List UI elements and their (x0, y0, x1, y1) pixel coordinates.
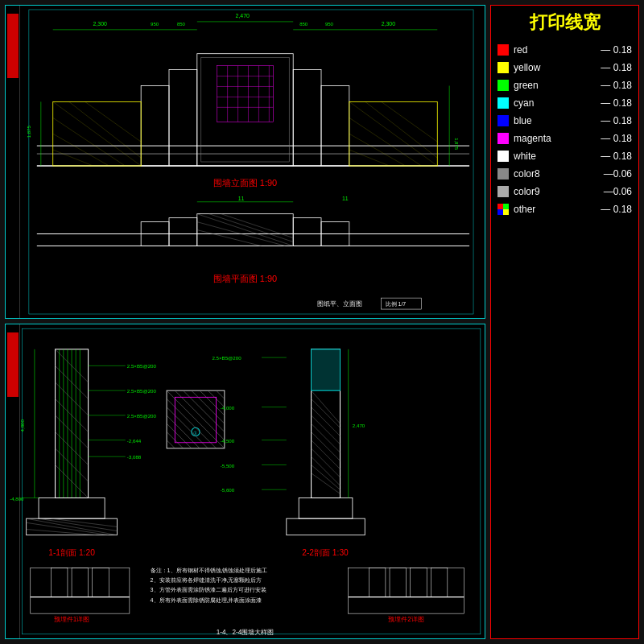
legend-label-cyan: cyan (514, 97, 596, 109)
svg-text:-4,500: -4,500 (221, 438, 235, 444)
svg-rect-88 (39, 498, 105, 519)
svg-text:850: 850 (177, 22, 186, 27)
svg-line-115 (184, 390, 225, 431)
legend-panel: 打印线宽 red — 0.18 yellow — 0.18 green — 0.… (490, 5, 639, 639)
svg-text:2,470: 2,470 (353, 423, 365, 428)
legend-label-magenta: magenta (514, 133, 596, 144)
legend-value-yellow: — 0.18 (601, 62, 632, 73)
svg-text:4、所有外表面需除锈防腐处理,并表面涂面漆: 4、所有外表面需除锈防腐处理,并表面涂面漆 (151, 597, 262, 604)
svg-rect-55 (169, 218, 197, 246)
legend-color-green (497, 80, 509, 91)
svg-text:11: 11 (342, 196, 349, 201)
svg-line-131 (312, 398, 341, 427)
svg-line-19 (365, 101, 438, 158)
svg-line-136 (312, 440, 341, 469)
legend-color-blue (497, 115, 509, 126)
top-drawing-panel: 2,300 950 850 2,470 850 950 2,300 1,875 … (5, 5, 485, 319)
svg-line-125 (167, 440, 175, 448)
svg-text:-3,088: -3,088 (127, 454, 142, 460)
svg-rect-174 (497, 204, 503, 209)
legend-item-red: red — 0.18 (497, 43, 632, 57)
legend-item-magenta: magenta — 0.18 (497, 131, 632, 146)
svg-text:1,875: 1,875 (454, 138, 459, 151)
legend-title: 打印线宽 (497, 12, 632, 33)
svg-text:图纸平、立面图: 图纸平、立面图 (317, 300, 362, 308)
legend-label-red: red (514, 44, 596, 56)
legend-value-white: — 0.18 (601, 151, 632, 162)
svg-text:-4,800: -4,800 (10, 496, 24, 502)
svg-text:950: 950 (325, 22, 334, 27)
svg-text:2,470: 2,470 (236, 13, 250, 19)
svg-text:2.5×B5@200: 2.5×B5@200 (127, 363, 157, 369)
svg-line-137 (312, 448, 341, 477)
svg-line-23 (349, 150, 390, 166)
legend-value-red: — 0.18 (601, 44, 632, 56)
svg-line-113 (167, 390, 225, 448)
svg-line-21 (349, 118, 422, 166)
svg-line-20 (382, 101, 438, 142)
svg-rect-168 (369, 568, 386, 597)
legend-value-magenta: — 0.18 (601, 133, 632, 144)
legend-label-yellow: yellow (514, 62, 596, 73)
svg-text:2-2剖面  1:30: 2-2剖面 1:30 (302, 548, 349, 557)
svg-text:3、方管外表面需涂防锈漆二遍后方可进行安装: 3、方管外表面需涂防锈漆二遍后方可进行安装 (151, 587, 266, 593)
legend-color-other (497, 204, 509, 215)
svg-text:850: 850 (299, 22, 308, 27)
svg-rect-176 (497, 209, 503, 215)
svg-text:2,300: 2,300 (93, 21, 107, 27)
svg-line-134 (312, 423, 341, 452)
legend-color-cyan (497, 97, 509, 109)
legend-value-cyan: — 0.18 (601, 97, 632, 109)
svg-line-60 (197, 214, 293, 246)
svg-text:2,300: 2,300 (382, 21, 396, 27)
legend-item-color9: color9 —0.06 (497, 184, 632, 199)
svg-rect-169 (390, 568, 407, 597)
bottom-drawing-panel: 4,800 2.5×B5@200 2.5×B5@200 2.5×B5@200 -… (5, 324, 485, 639)
svg-rect-128 (312, 349, 341, 390)
svg-line-130 (312, 390, 341, 423)
left-panel: 2,300 950 850 2,470 850 950 2,300 1,875 … (5, 5, 485, 639)
svg-rect-162 (51, 568, 68, 597)
legend-item-green: green — 0.18 (497, 78, 632, 93)
svg-rect-57 (293, 218, 321, 246)
svg-rect-4 (197, 54, 293, 166)
legend-item-blue: blue — 0.18 (497, 114, 632, 128)
svg-rect-163 (72, 568, 89, 597)
legend-value-green: — 0.18 (601, 80, 632, 91)
svg-line-117 (200, 390, 225, 415)
svg-line-94 (27, 530, 97, 535)
legend-color-color9 (497, 186, 509, 197)
svg-line-132 (312, 407, 341, 436)
svg-text:950: 950 (151, 22, 159, 27)
legend-label-blue: blue (514, 115, 596, 126)
svg-text:1,875: 1,875 (27, 126, 31, 138)
svg-line-119 (217, 390, 225, 398)
svg-rect-24 (217, 66, 274, 122)
legend-color-white (497, 151, 509, 162)
svg-text:预埋件2详图: 预埋件2详图 (388, 616, 424, 623)
legend-item-other: other — 0.18 (497, 202, 632, 217)
svg-text:2、安装前应将各焊缝清洗干净,无塞颗粒后方: 2、安装前应将各焊缝清洗干净,无塞颗粒后方 (151, 577, 262, 584)
svg-line-61 (209, 214, 293, 242)
svg-line-121 (167, 407, 208, 448)
svg-line-139 (312, 464, 341, 489)
svg-text:2.5×B5@200: 2.5×B5@200 (212, 355, 242, 361)
svg-text:-4,000: -4,000 (221, 405, 235, 411)
main-container: 2,300 950 850 2,470 850 950 2,300 1,875 … (0, 0, 644, 644)
svg-rect-171 (431, 568, 448, 597)
legend-color-yellow (497, 62, 509, 73)
svg-text:2.5×B5@200: 2.5×B5@200 (127, 388, 157, 394)
svg-line-120 (167, 398, 217, 448)
svg-line-64 (197, 230, 262, 246)
svg-line-13 (85, 101, 142, 142)
legend-item-white: white — 0.18 (497, 149, 632, 163)
legend-item-yellow: yellow — 0.18 (497, 60, 632, 75)
svg-text:围墙平面图  1:90: 围墙平面图 1:90 (213, 274, 277, 283)
svg-line-116 (192, 390, 225, 423)
svg-text:-5,500: -5,500 (221, 463, 235, 469)
legend-label-color9: color9 (514, 186, 599, 197)
legend-label-white: white (514, 151, 596, 162)
svg-line-123 (167, 423, 192, 448)
svg-line-93 (27, 522, 109, 535)
legend-label-other: other (514, 204, 596, 215)
